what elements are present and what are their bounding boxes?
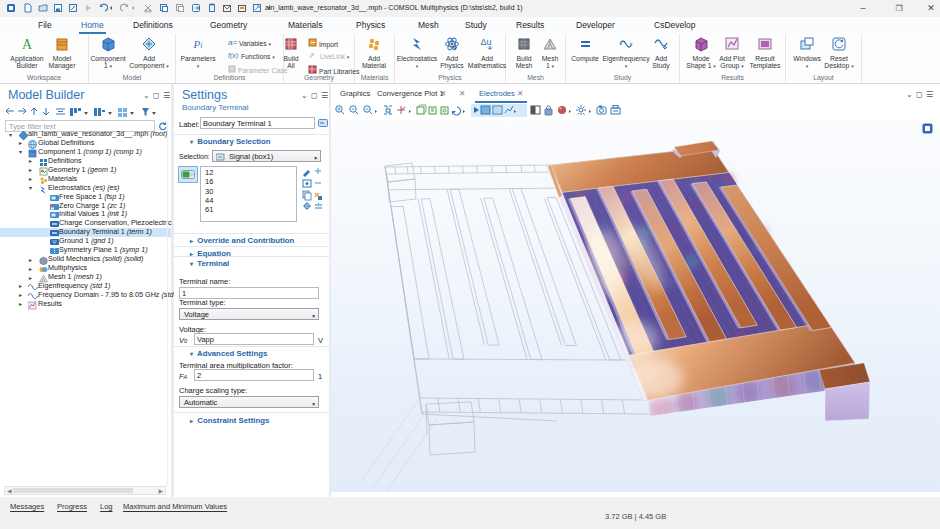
svg-text:f(x): f(x): [228, 52, 238, 59]
svg-text:a=: a=: [228, 38, 237, 46]
svg-text:Pi: Pi: [192, 38, 202, 50]
svg-text:A: A: [21, 37, 32, 52]
svg-text:Δu: Δu: [480, 37, 491, 47]
svg-text:⇗: ⇗: [308, 51, 315, 59]
